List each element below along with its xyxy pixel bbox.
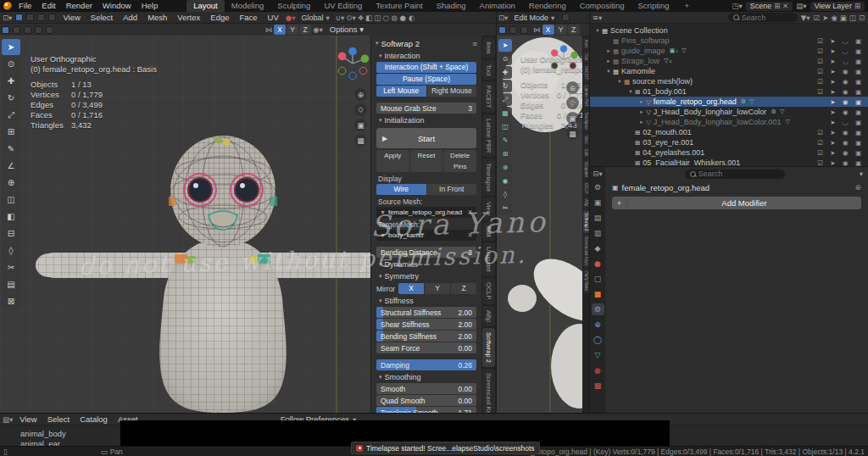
- expand-chevron-icon[interactable]: ▸: [637, 98, 646, 105]
- outliner-search[interactable]: [728, 13, 798, 22]
- properties-tab-icon[interactable]: ■: [592, 288, 604, 300]
- sidebar-tab[interactable]: Tool: [482, 60, 495, 81]
- properties-tab-icon[interactable]: ◆: [592, 242, 604, 254]
- outliner-row[interactable]: ⊞ 03_eye_re.001 ☑ ➤ ◉ ▣: [590, 137, 868, 147]
- object-name[interactable]: 02_mouth.001: [643, 128, 692, 136]
- asset-menu-item[interactable]: Select: [42, 414, 75, 425]
- vertex-select-icon[interactable]: [498, 26, 506, 34]
- sidebar-tab[interactable]: Timelapse: [583, 109, 589, 132]
- overlay-toggle-icon[interactable]: ◧: [365, 14, 372, 22]
- tool-button[interactable]: ↻: [498, 80, 512, 92]
- visibility-icons[interactable]: ☑ ➤ ◡ ▣: [817, 58, 864, 65]
- mouse-grab-size-slider[interactable]: Mouse Grab Size3: [376, 103, 476, 114]
- shading-modes-icons[interactable]: ○ ◍ ● ◐: [382, 14, 415, 22]
- mirror-axis-button[interactable]: Y: [555, 25, 567, 35]
- object-name[interactable]: source mesh(low): [632, 77, 693, 86]
- menu-item[interactable]: Edit: [36, 0, 60, 12]
- catalog-item[interactable]: animal_ear: [0, 438, 119, 446]
- object-name[interactable]: J_Head_Body_longhair_lowColor.001: [654, 118, 782, 126]
- toggle-ortho-icon[interactable]: ▦: [354, 134, 367, 147]
- face-select-icon[interactable]: [37, 14, 45, 21]
- tool-button[interactable]: ✂: [2, 259, 20, 275]
- outliner-row[interactable]: ⊞ 02_mouth.001 ☑ ➤ ◉ ▣: [590, 127, 868, 137]
- tool-button[interactable]: ▤: [2, 276, 20, 292]
- mirror-axis-button[interactable]: Z: [568, 25, 580, 35]
- pivot-icon[interactable]: ⊙▾: [346, 14, 355, 22]
- expand-chevron-icon[interactable]: ▸: [637, 119, 646, 125]
- start-button[interactable]: ▶Start: [376, 128, 476, 148]
- viewport-menu-item[interactable]: Mesh: [142, 12, 172, 24]
- editor-type-icon[interactable]: ⊡▾: [498, 14, 508, 22]
- clear-icon[interactable]: ✕: [467, 209, 473, 216]
- workspace-tab[interactable]: Animation: [473, 0, 522, 12]
- outliner-row[interactable]: ⊞ 04_eyelashes.001 ☑ ➤ ◉ ▣: [590, 147, 868, 158]
- mirror-axis-button[interactable]: Y: [287, 25, 298, 35]
- tool-button[interactable]: ⊙: [2, 56, 20, 72]
- pin-icon[interactable]: ⊕: [854, 183, 861, 192]
- add-workspace-button[interactable]: +: [677, 0, 696, 12]
- dynamics-section[interactable]: ▾Dynamics: [371, 259, 481, 270]
- panel-menu-icon[interactable]: ≡: [472, 39, 477, 48]
- stiffness-slider[interactable]: Shear Stiffness2.00: [376, 319, 476, 330]
- pan-hand-icon[interactable]: ⬦: [566, 97, 579, 109]
- workspace-tab[interactable]: Layout: [186, 0, 225, 12]
- expand-chevron-icon[interactable]: ▾: [615, 78, 624, 85]
- filter-toggle-icon[interactable]: ➤: [822, 14, 828, 22]
- object-name[interactable]: 03_eye_re.001: [643, 138, 693, 147]
- tool-button[interactable]: ◧: [2, 209, 20, 225]
- tool-button[interactable]: ✎: [2, 141, 20, 157]
- outliner-row[interactable]: ▾ ▦ Scene Collection: [590, 25, 868, 36]
- tool-button[interactable]: ◫: [498, 120, 512, 133]
- mirror-axis-button[interactable]: Z: [299, 25, 311, 35]
- sidebar-tab[interactable]: Ucupaint: [482, 242, 495, 276]
- workspace-tab[interactable]: Shading: [430, 0, 473, 12]
- pan-hand-icon[interactable]: ⬦: [354, 103, 367, 116]
- mirror-axis-option[interactable]: Z: [451, 283, 476, 294]
- properties-tab-icon[interactable]: ▥: [592, 227, 604, 239]
- mirror-axis-button[interactable]: X: [542, 25, 554, 35]
- expand-chevron-icon[interactable]: ▸: [604, 58, 613, 64]
- expand-chevron-icon[interactable]: ▾: [593, 27, 602, 34]
- properties-search[interactable]: [685, 170, 785, 179]
- sidebar-tab[interactable]: FACEIT: [583, 64, 589, 82]
- visibility-icons[interactable]: ☑ ➤ ◉ ▣: [817, 68, 864, 75]
- sidebar-tab[interactable]: View: [482, 197, 495, 220]
- viewport-menu-item[interactable]: View: [58, 12, 85, 24]
- damping-slider[interactable]: Damping0.26: [376, 359, 476, 370]
- workspace-tab[interactable]: Modeling: [225, 0, 271, 12]
- visibility-icons[interactable]: ☑ ➤ ◉ ▣: [817, 149, 864, 157]
- edge-select-icon[interactable]: [509, 26, 517, 34]
- sidebar-tab[interactable]: Screencast Keys: [583, 234, 589, 268]
- source-mesh-field[interactable]: ▼female_retopo_org.head✕: [376, 207, 476, 218]
- visibility-icons[interactable]: ☑ ➤ ◡ ▣: [817, 47, 864, 55]
- properties-tab-icon[interactable]: ▽: [592, 349, 604, 361]
- outliner-row[interactable]: ▾ ⊞ 01_body.001 ☑ ➤ ◉ ▣: [590, 86, 868, 97]
- visibility-icons[interactable]: ☑ ➤ ◉ ▣: [817, 78, 864, 86]
- mirror-axis-button[interactable]: X: [274, 25, 286, 35]
- viewport2-canvas[interactable]: ➤⊙✚↻⤢▦◫✎⊞⊕◉◊✂ User Orthographic (0) fema…: [497, 36, 589, 413]
- sidebar-tab[interactable]: Latone PBR: [482, 114, 495, 157]
- bending-distance-slider[interactable]: Bending Distance3: [376, 247, 476, 258]
- stiffness-slider[interactable]: Structural Stiffness2.00: [376, 307, 476, 318]
- sidebar-tab[interactable]: FACEIT: [482, 81, 495, 112]
- initialization-section[interactable]: ▾Initialization: [371, 115, 481, 125]
- filter-toggle-icon[interactable]: ☑: [814, 14, 821, 22]
- clear-icon[interactable]: ✕: [467, 231, 473, 239]
- zoom-icon[interactable]: ⊕: [566, 81, 579, 94]
- sidebar-tab[interactable]: Latone PBR: [583, 83, 589, 108]
- tool-button[interactable]: ⤢: [2, 107, 20, 123]
- editor-type-icon[interactable]: ⊟▾: [593, 170, 602, 178]
- outliner-row[interactable]: ▦ Pins_softwrap ☑ ➤ ◡ ▣: [590, 36, 868, 46]
- expand-chevron-icon[interactable]: ▾: [604, 68, 613, 75]
- smoothing-slider[interactable]: Topologic Smooth1.71: [376, 407, 476, 413]
- object-name[interactable]: J_Head_Body_longhair_lowColor: [654, 108, 767, 116]
- properties-search-input[interactable]: [698, 170, 749, 178]
- tool-button[interactable]: ◊: [498, 188, 512, 201]
- mouse-toggle-option[interactable]: Right Mouse: [427, 86, 477, 97]
- filter-toggle-icon[interactable]: ▣: [840, 14, 847, 22]
- interaction-button[interactable]: Interaction (Shift + Space): [376, 62, 476, 73]
- viewport-menu-item[interactable]: Select: [86, 12, 118, 24]
- tool-button[interactable]: ✂: [498, 202, 512, 214]
- breadcrumb-object-name[interactable]: female_retopo_org.head: [622, 183, 710, 192]
- tool-button[interactable]: ⊕: [2, 175, 20, 191]
